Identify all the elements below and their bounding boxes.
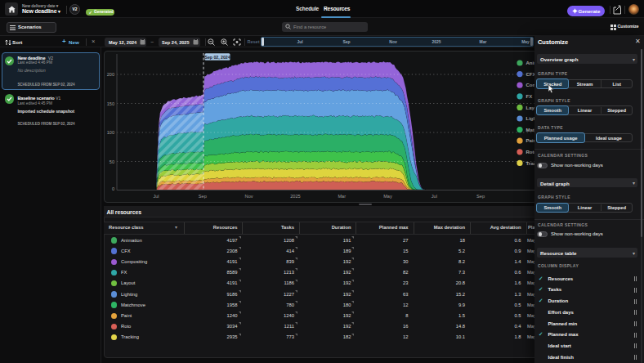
svg-text:Jul: Jul (153, 194, 159, 199)
svg-text:Jul: Jul (432, 194, 437, 199)
svg-text:200: 200 (107, 72, 114, 77)
svg-text:Sep 02, 2024: Sep 02, 2024 (204, 55, 230, 60)
svg-text:May: May (383, 194, 392, 199)
svg-text:150: 150 (107, 101, 114, 106)
svg-text:FX: FX (526, 94, 533, 99)
svg-text:2025: 2025 (290, 194, 300, 199)
svg-text:Mar: Mar (338, 194, 346, 199)
svg-text:0: 0 (112, 186, 114, 191)
svg-text:100: 100 (107, 130, 114, 135)
svg-text:Nov: Nov (245, 194, 253, 199)
svg-text:Sep: Sep (199, 194, 207, 199)
svg-text:Sep: Sep (476, 194, 485, 199)
svg-text:50: 50 (110, 159, 114, 164)
